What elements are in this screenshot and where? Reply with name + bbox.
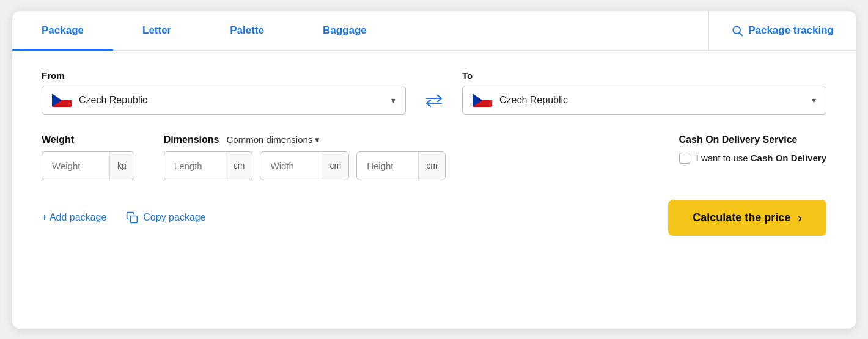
copy-package-button[interactable]: Copy package (126, 211, 205, 224)
cod-label: Cash On Delivery Service (679, 134, 826, 145)
copy-icon (126, 211, 138, 224)
cod-section: Cash On Delivery Service I want to use C… (679, 134, 826, 164)
swap-button[interactable] (421, 89, 447, 112)
tab-group: Package Letter Palette Baggage (12, 11, 708, 50)
to-country-text: Czech Republic (499, 95, 804, 106)
from-country-text: Czech Republic (79, 95, 384, 106)
content-area: From Czech Republic ▾ To (12, 51, 856, 258)
to-field-group: To Czech Republic ▾ (462, 70, 826, 115)
tab-letter[interactable]: Letter (113, 11, 200, 50)
weight-unit: kg (109, 152, 134, 180)
height-unit: cm (418, 152, 445, 180)
common-dims-text: Common dimensions (226, 134, 312, 145)
search-icon (731, 24, 743, 37)
arrow-right-icon: › (798, 211, 802, 225)
bottom-actions: + Add package Copy package (42, 211, 206, 224)
calculate-label: Calculate the price (693, 211, 790, 224)
from-to-row: From Czech Republic ▾ To (42, 70, 826, 115)
height-input[interactable] (357, 152, 418, 180)
tab-package[interactable]: Package (12, 11, 113, 50)
weight-section: Weight kg (42, 134, 134, 180)
from-country-select[interactable]: Czech Republic ▾ (42, 86, 406, 115)
from-label: From (42, 70, 406, 81)
height-input-wrapper: cm (356, 151, 446, 180)
dims-row: Weight kg Dimensions Common dimensions ▾ (42, 134, 826, 180)
common-dimensions-button[interactable]: Common dimensions ▾ (226, 134, 320, 145)
tab-package-tracking[interactable]: Package tracking (708, 11, 856, 50)
to-flag-triangle (473, 93, 482, 107)
to-chevron-icon: ▾ (812, 95, 816, 105)
dimensions-header: Dimensions Common dimensions ▾ (164, 134, 446, 145)
copy-package-label: Copy package (143, 212, 205, 223)
width-input[interactable] (260, 152, 322, 180)
length-input[interactable] (164, 152, 226, 180)
svg-rect-2 (131, 216, 138, 223)
from-field-group: From Czech Republic ▾ (42, 70, 406, 115)
from-flag-triangle (52, 93, 62, 107)
cod-checkbox[interactable] (679, 153, 690, 164)
cod-checkbox-row: I want to use Cash On Delivery (679, 153, 826, 164)
weight-input-wrapper: kg (42, 151, 134, 180)
dimensions-label: Dimensions (164, 134, 219, 145)
tab-bar: Package Letter Palette Baggage Package t… (12, 11, 856, 51)
width-unit: cm (322, 152, 348, 180)
to-label: To (462, 70, 826, 81)
cod-text-prefix: I want to use (696, 153, 751, 163)
add-package-button[interactable]: + Add package (42, 212, 106, 223)
tab-baggage[interactable]: Baggage (293, 11, 396, 50)
width-input-wrapper: cm (260, 151, 349, 180)
bottom-row: + Add package Copy package Calculate the… (42, 200, 826, 236)
weight-input[interactable] (42, 152, 109, 180)
to-flag (473, 93, 492, 107)
calculate-price-button[interactable]: Calculate the price › (668, 200, 826, 236)
from-chevron-icon: ▾ (391, 95, 395, 105)
from-flag (52, 93, 72, 107)
common-dims-chevron-icon: ▾ (315, 134, 320, 145)
weight-label: Weight (42, 134, 134, 145)
length-unit: cm (226, 152, 252, 180)
length-input-wrapper: cm (164, 151, 253, 180)
tracking-label: Package tracking (748, 24, 834, 37)
cod-text-bold: Cash On Delivery (751, 153, 826, 163)
dimensions-section: Dimensions Common dimensions ▾ cm cm (164, 134, 446, 180)
main-card: Package Letter Palette Baggage Package t… (12, 11, 856, 329)
swap-icon (425, 94, 443, 108)
to-country-select[interactable]: Czech Republic ▾ (462, 86, 826, 115)
add-package-label: + Add package (42, 212, 106, 223)
cod-text: I want to use Cash On Delivery (696, 153, 826, 163)
svg-line-1 (740, 32, 743, 35)
tab-palette[interactable]: Palette (200, 11, 293, 50)
dims-inputs: cm cm cm (164, 151, 446, 180)
